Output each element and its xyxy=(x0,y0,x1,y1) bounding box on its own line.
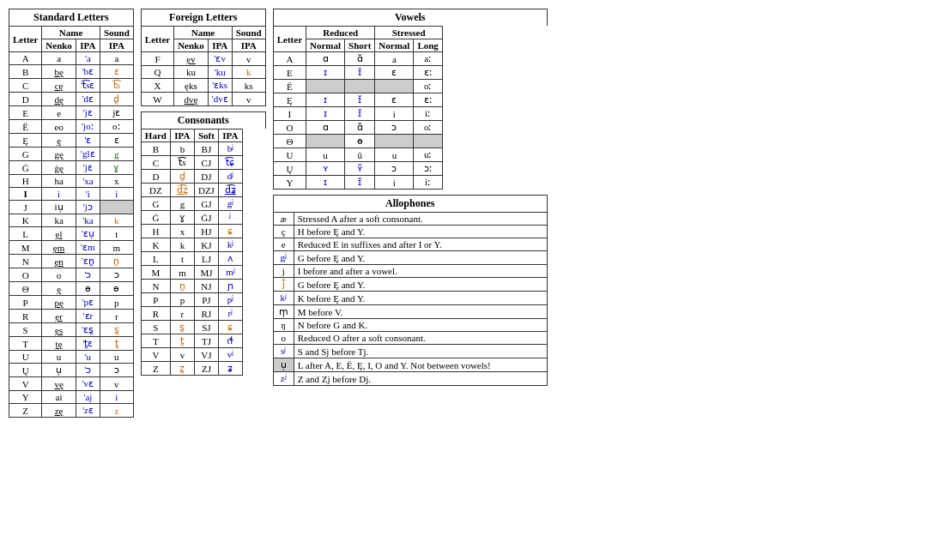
vowels-table: Letter Reduced Stressed Normal Short Nor… xyxy=(273,26,443,190)
consonants-title: Consonants xyxy=(141,111,266,129)
col-letter: Letter xyxy=(9,27,42,52)
table-row: Vvę'vɛv xyxy=(9,377,134,391)
standard-letters-title: Standard Letters xyxy=(9,9,134,26)
table-row: BbBJbʲ xyxy=(141,142,242,156)
table-row: Tt̪TJtɬ xyxy=(141,334,242,348)
fl-col-letter: Letter xyxy=(141,27,173,52)
table-row: Ggę'glɛg xyxy=(9,148,134,161)
table-row: Ųʏʏ̆ɔɔː xyxy=(273,162,442,176)
fl-ipa2: IPA xyxy=(232,39,265,52)
foreign-letters-table: Letter Name Sound Nenko IPA IPA Fęv'ɛvv … xyxy=(141,26,266,106)
table-row: Θęɵɵ xyxy=(9,282,134,296)
table-row: gʲG before Ę and Y. xyxy=(273,251,547,265)
table-row: Hha'xax xyxy=(9,175,134,188)
table-row: Dd̪DJdʲ xyxy=(141,170,242,184)
right-section: Vowels Letter Reduced Stressed Normal Sh… xyxy=(273,9,548,551)
v-normal2: Normal xyxy=(375,39,414,52)
table-row: Wdvę'dvɛv xyxy=(141,93,265,106)
table-row: Sęs'ɛs̪s̪ xyxy=(9,323,134,337)
table-row: Θɵ xyxy=(273,135,442,148)
consonants-table: Hard IPA Soft IPA BbBJbʲ Ct͡sCJt͡ɕ Dd̪DJ… xyxy=(141,129,243,376)
table-row: Zzę'zɛz xyxy=(9,404,134,418)
cons-soft: Soft xyxy=(194,129,218,142)
middle-section: Foreign Letters Letter Name Sound Nenko … xyxy=(141,9,266,551)
table-row: Ëeo'joːoː xyxy=(9,120,134,134)
table-row: m̹M before V. xyxy=(273,305,547,319)
col-ipa1: IPA xyxy=(76,39,100,52)
fl-ipa1: IPA xyxy=(208,39,232,52)
table-row: LtLJʌ xyxy=(141,252,242,266)
table-row: PpPJpʲ xyxy=(141,293,242,307)
table-row: Zz̪ZJʑ xyxy=(141,362,242,376)
table-row: Ëoː xyxy=(273,80,442,93)
table-row: çH before Ę and Y. xyxy=(273,226,547,238)
v-normal1: Normal xyxy=(306,39,345,52)
table-row: RrRJrʲ xyxy=(141,307,242,321)
fl-col-sound: Sound xyxy=(232,27,265,39)
v-short: Short xyxy=(345,39,375,52)
table-row: Ii'ii xyxy=(9,188,134,201)
table-row: Nęn'ɛn̪n̪ xyxy=(9,255,134,268)
table-row: Oo'ɔɔ xyxy=(9,268,134,282)
table-row: Eɪɪ̆ɛɛː xyxy=(273,66,442,80)
vowels-title: Vowels xyxy=(273,9,548,26)
foreign-letters-title: Foreign Letters xyxy=(141,9,266,26)
table-row: Aa'aa xyxy=(9,52,134,65)
v-col-stressed: Stressed xyxy=(375,27,443,39)
table-row: Iɪɪ̆iiː xyxy=(273,107,442,121)
table-row: Oɑɑ̆ɔoː xyxy=(273,121,442,135)
table-row: ŋN before G and K. xyxy=(273,319,547,332)
col-nenko: Nenko xyxy=(42,39,76,52)
col-ipa2: IPA xyxy=(100,39,133,52)
table-row: u̩L after A, E, Ë, Ę, I, O and Y. Not be… xyxy=(273,358,547,372)
table-row: oReduced O after a soft consonant. xyxy=(273,332,547,345)
table-row: Ųu̩'ɔɔ xyxy=(9,364,134,377)
table-row: Ct͡sCJt͡ɕ xyxy=(141,156,242,170)
table-row: Jiu̩'jɔ xyxy=(9,201,134,214)
standard-letters-table: Letter Name Sound Nenko IPA IPA Aa'aa Bb… xyxy=(9,26,134,418)
table-row: Qku'kuk xyxy=(141,66,265,79)
allophones-title: Allophones xyxy=(273,195,548,212)
table-row: kʲK before Ę and Y. xyxy=(273,292,547,305)
table-row: ĠɣĠJʲ xyxy=(141,211,242,225)
cons-ipa2: IPA xyxy=(218,129,242,142)
table-row: VvVJvʲ xyxy=(141,348,242,362)
standard-letters-section: Standard Letters Letter Name Sound Nenko… xyxy=(9,9,134,551)
table-row: zʲZ and Zj before Dj. xyxy=(273,372,547,386)
table-row: Nn̪NJɲ xyxy=(141,280,242,293)
table-row: Męm'ɛmm xyxy=(9,241,134,255)
table-row: Ddę'dɛd̪ xyxy=(9,93,134,106)
v-col-reduced: Reduced xyxy=(306,27,375,39)
v-col-letter: Letter xyxy=(273,27,306,52)
table-row: Ęę'ɛɛ xyxy=(9,134,134,148)
table-row: Aɑɑ̆aaː xyxy=(273,52,442,66)
table-row: Ęɪɪ̆ɛɛː xyxy=(273,93,442,107)
table-row: Fęv'ɛvv xyxy=(141,52,265,66)
allophones-table: æStressed A after a soft consonant. çH b… xyxy=(273,212,548,386)
table-row: Uuŭuuː xyxy=(273,148,442,162)
table-row: Ttę't̪ɛt̪ xyxy=(9,337,134,351)
table-row: æStressed A after a soft consonant. xyxy=(273,213,547,226)
table-row: eReduced E in suffixes and after I or Y. xyxy=(273,238,547,251)
table-row: Lęl'ɛu̩t xyxy=(9,227,134,241)
table-row: Bbę'bɛɛ xyxy=(9,65,134,79)
table-row: j̊G before Ę and Y. xyxy=(273,278,547,292)
table-row: jI before and after a vowel. xyxy=(273,265,547,278)
fl-col-name: Name xyxy=(174,27,233,39)
table-row: Yai'aji xyxy=(9,391,134,404)
table-row: DZd͡z̪DZJd͡ʑ xyxy=(141,184,242,197)
table-row: Yɪɪ̆iiː xyxy=(273,176,442,190)
table-row: Ppę'pɛp xyxy=(9,296,134,310)
table-row: GgGJgʲ xyxy=(141,197,242,211)
table-row: Kka'kak xyxy=(9,214,134,227)
table-row: Ccę't͡sɛt͡s xyxy=(9,79,134,93)
table-row: Ee'jɛjɛ xyxy=(9,106,134,120)
table-row: MmMJmʲ xyxy=(141,266,242,280)
table-row: Xęks'ɛksks xyxy=(141,79,265,93)
col-sound: Sound xyxy=(100,27,133,39)
table-row: Uu'uu xyxy=(9,351,134,364)
col-name: Name xyxy=(42,27,100,39)
v-long: Long xyxy=(414,39,442,52)
fl-nenko: Nenko xyxy=(174,39,209,52)
table-row: HxHJɕ xyxy=(141,225,242,238)
